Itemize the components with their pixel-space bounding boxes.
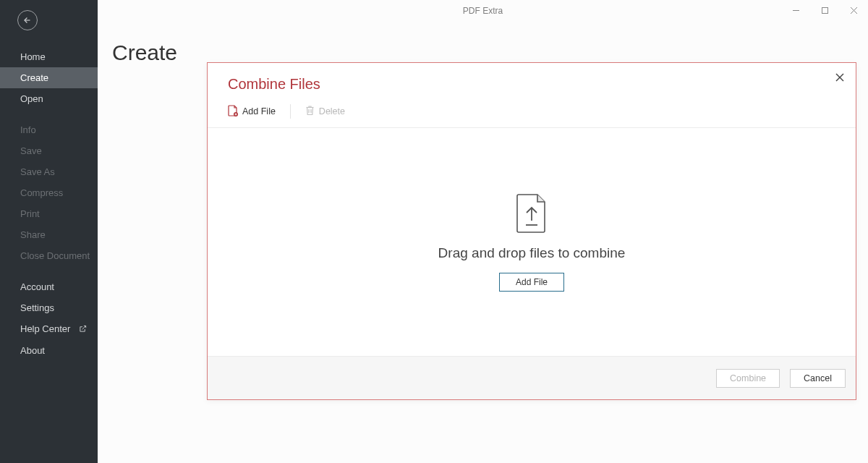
close-icon <box>835 73 844 82</box>
dialog-body[interactable]: Drag and drop files to combine Add File <box>208 128 856 356</box>
sidebar-item-label: Save As <box>20 166 55 177</box>
sidebar: Home Create Open Info Save Save As Compr… <box>0 0 98 463</box>
sidebar-item-create[interactable]: Create <box>0 67 98 88</box>
add-file-button[interactable]: Add File <box>499 273 564 292</box>
titlebar: PDF Extra <box>98 0 868 22</box>
dialog-close-button[interactable] <box>831 69 848 86</box>
app-title: PDF Extra <box>463 6 503 16</box>
toolbar-delete-button: Delete <box>305 105 359 118</box>
cancel-button[interactable]: Cancel <box>790 369 846 388</box>
sidebar-item-label: Home <box>20 51 46 62</box>
sidebar-item-help-center[interactable]: Help Center <box>0 318 98 340</box>
sidebar-item-label: Share <box>20 229 46 240</box>
back-button[interactable] <box>17 10 38 30</box>
toolbar-add-file-label: Add File <box>242 106 276 116</box>
sidebar-item-label: Open <box>20 93 43 104</box>
sidebar-item-label: Account <box>20 281 54 292</box>
toolbar-delete-label: Delete <box>319 106 345 116</box>
trash-icon <box>305 105 315 118</box>
sidebar-item-label: Settings <box>20 302 54 313</box>
external-link-icon <box>79 324 87 335</box>
maximize-icon <box>821 7 829 14</box>
maximize-button[interactable] <box>810 0 839 20</box>
svg-rect-2 <box>822 7 827 13</box>
dialog-toolbar: Add File Delete <box>208 93 856 128</box>
sidebar-item-label: Info <box>20 124 36 135</box>
minimize-icon <box>792 7 800 14</box>
dialog-header: Combine Files <box>208 63 856 93</box>
sidebar-item-compress: Compress <box>0 182 98 203</box>
sidebar-item-about[interactable]: About <box>0 340 98 361</box>
app-root: Home Create Open Info Save Save As Compr… <box>0 0 868 463</box>
sidebar-item-label: Compress <box>20 187 63 198</box>
combine-files-dialog: Combine Files Add File <box>207 62 856 400</box>
dialog-footer: Combine Cancel <box>208 356 856 399</box>
sidebar-item-label: Print <box>20 208 40 219</box>
sidebar-item-print: Print <box>0 203 98 224</box>
upload-file-icon <box>516 193 548 234</box>
toolbar-add-file-button[interactable]: Add File <box>228 105 290 119</box>
sidebar-item-home[interactable]: Home <box>0 46 98 67</box>
arrow-left-icon <box>22 15 33 25</box>
sidebar-item-close-document: Close Document <box>0 245 98 266</box>
sidebar-item-settings[interactable]: Settings <box>0 297 98 318</box>
sidebar-item-save-as: Save As <box>0 161 98 182</box>
combine-button: Combine <box>716 369 780 388</box>
toolbar-separator <box>290 104 291 119</box>
minimize-button[interactable] <box>781 0 810 20</box>
sidebar-item-label: Save <box>20 145 42 156</box>
sidebar-item-label: Help Center <box>20 323 70 334</box>
sidebar-item-account[interactable]: Account <box>0 276 98 297</box>
sidebar-item-save: Save <box>0 140 98 161</box>
sidebar-item-open[interactable]: Open <box>0 88 98 109</box>
close-icon <box>850 7 858 14</box>
sidebar-item-label: Create <box>20 72 48 83</box>
sidebar-item-info: Info <box>0 119 98 140</box>
window-controls <box>781 0 868 20</box>
page-title: Create <box>112 41 177 65</box>
main-area: PDF Extra Create Combine Files <box>98 0 868 463</box>
sidebar-item-share: Share <box>0 224 98 245</box>
sidebar-item-label: About <box>20 345 45 356</box>
file-add-icon <box>228 105 238 119</box>
dialog-title: Combine Files <box>228 76 835 93</box>
drop-instruction-text: Drag and drop files to combine <box>438 245 626 261</box>
close-window-button[interactable] <box>839 0 868 20</box>
sidebar-item-label: Close Document <box>20 250 90 261</box>
